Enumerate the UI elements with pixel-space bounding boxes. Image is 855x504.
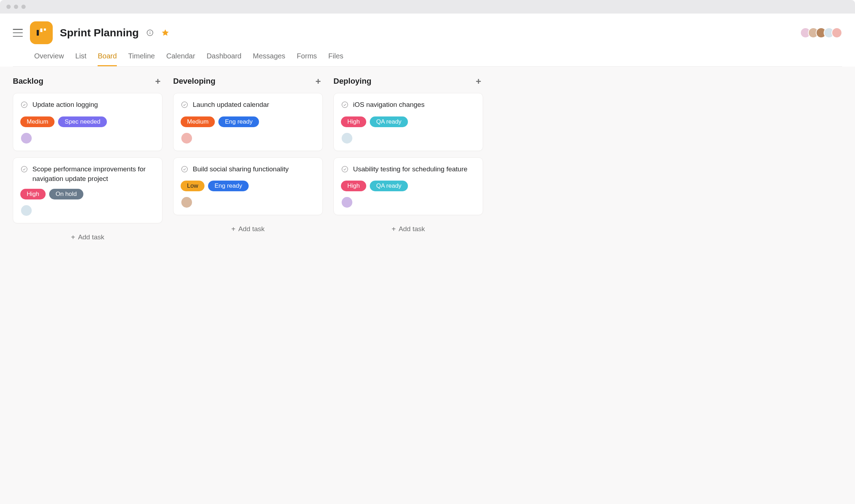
traffic-light-zoom[interactable] (21, 5, 26, 9)
board-column: Backlog+Update action loggingMediumSpec … (13, 77, 162, 243)
task-title-row: Usability testing for scheduling feature (341, 164, 476, 176)
column-header: Backlog+ (13, 77, 162, 86)
plus-icon: + (231, 225, 235, 233)
task-title: Scope performance improvements for navig… (32, 164, 155, 184)
tab-board[interactable]: Board (98, 52, 116, 66)
svg-rect-2 (44, 28, 46, 31)
info-icon[interactable] (146, 29, 154, 37)
add-task-button[interactable]: +Add task (333, 222, 483, 234)
column-title: Developing (173, 77, 216, 86)
complete-check-icon[interactable] (181, 100, 188, 111)
task-title-row: iOS navigation changes (341, 100, 476, 111)
window-titlebar (0, 0, 855, 14)
tab-files[interactable]: Files (328, 52, 343, 66)
tag[interactable]: QA ready (370, 181, 408, 191)
traffic-light-close[interactable] (6, 5, 11, 9)
assignee-row (341, 132, 476, 144)
svg-point-11 (342, 166, 348, 172)
tab-overview[interactable]: Overview (34, 52, 64, 66)
task-title-row: Scope performance improvements for navig… (20, 164, 155, 184)
task-tags: MediumEng ready (181, 116, 315, 127)
board-column: Developing+Launch updated calendarMedium… (173, 77, 323, 243)
assignee-row (20, 204, 155, 217)
tab-forms[interactable]: Forms (297, 52, 317, 66)
complete-check-icon[interactable] (341, 164, 349, 176)
assignee-avatar[interactable] (20, 132, 32, 144)
add-task-label: Add task (78, 233, 104, 241)
tag[interactable]: High (20, 189, 46, 199)
column-title: Backlog (13, 77, 43, 86)
assignee-avatar[interactable] (181, 132, 193, 144)
tab-dashboard[interactable]: Dashboard (207, 52, 242, 66)
tag[interactable]: QA ready (370, 116, 408, 127)
tag[interactable]: Low (181, 181, 204, 191)
plus-icon: + (71, 234, 75, 241)
project-tabs: OverviewListBoardTimelineCalendarDashboa… (13, 44, 842, 67)
board-area: Backlog+Update action loggingMediumSpec … (0, 67, 855, 504)
column-title: Deploying (333, 77, 371, 86)
assignee-avatar[interactable] (341, 196, 353, 208)
svg-point-6 (21, 102, 27, 108)
assignee-row (341, 196, 476, 208)
svg-rect-1 (40, 28, 42, 32)
collaborator-avatars[interactable] (803, 27, 842, 38)
tag[interactable]: Spec needed (58, 116, 107, 127)
tab-calendar[interactable]: Calendar (166, 52, 195, 66)
add-task-button[interactable]: +Add task (173, 222, 323, 234)
task-tags: LowEng ready (181, 181, 315, 191)
complete-check-icon[interactable] (20, 100, 28, 111)
column-header: Developing+ (173, 77, 323, 86)
tag[interactable]: Medium (20, 116, 55, 127)
tag[interactable]: High (341, 181, 366, 191)
traffic-light-minimize[interactable] (14, 5, 18, 9)
column-add-button[interactable]: + (153, 77, 162, 86)
task-title: Launch updated calendar (193, 100, 269, 110)
tab-timeline[interactable]: Timeline (128, 52, 155, 66)
complete-check-icon[interactable] (181, 164, 188, 176)
tab-messages[interactable]: Messages (253, 52, 285, 66)
project-icon[interactable] (30, 21, 53, 44)
complete-check-icon[interactable] (341, 100, 349, 111)
assignee-row (20, 132, 155, 144)
tag[interactable]: Eng ready (208, 181, 249, 191)
task-tags: MediumSpec needed (20, 116, 155, 127)
project-header: Sprint Planning OverviewListBoardTimelin… (0, 14, 855, 67)
tag[interactable]: High (341, 116, 366, 127)
task-title-row: Build social sharing functionality (181, 164, 315, 176)
task-title: Usability testing for scheduling feature (353, 164, 467, 174)
column-header: Deploying+ (333, 77, 483, 86)
tag[interactable]: On hold (49, 189, 83, 199)
tab-list[interactable]: List (75, 52, 86, 66)
star-icon[interactable] (161, 28, 170, 37)
task-title-row: Launch updated calendar (181, 100, 315, 111)
assignee-avatar[interactable] (181, 196, 193, 208)
project-title: Sprint Planning (60, 27, 139, 39)
collaborator-avatar[interactable] (831, 27, 842, 38)
task-tags: HighQA ready (341, 116, 476, 127)
column-add-button[interactable]: + (314, 77, 323, 86)
task-card[interactable]: Update action loggingMediumSpec needed (13, 93, 162, 151)
sidebar-toggle[interactable] (13, 29, 23, 37)
task-card[interactable]: iOS navigation changesHighQA ready (333, 93, 483, 151)
svg-point-8 (182, 102, 188, 108)
task-tags: HighOn hold (20, 189, 155, 199)
complete-check-icon[interactable] (20, 164, 28, 176)
assignee-row (181, 132, 315, 144)
task-tags: HighQA ready (341, 181, 476, 191)
add-task-button[interactable]: +Add task (13, 230, 162, 243)
assignee-avatar[interactable] (341, 132, 353, 144)
assignee-row (181, 196, 315, 208)
task-card[interactable]: Scope performance improvements for navig… (13, 157, 162, 223)
tag[interactable]: Medium (181, 116, 215, 127)
task-card[interactable]: Build social sharing functionalityLowEng… (173, 157, 323, 215)
assignee-avatar[interactable] (20, 204, 32, 217)
svg-point-7 (21, 166, 27, 172)
svg-point-9 (182, 166, 188, 172)
add-task-label: Add task (399, 225, 425, 233)
column-add-button[interactable]: + (474, 77, 483, 86)
add-task-label: Add task (238, 225, 265, 233)
task-card[interactable]: Usability testing for scheduling feature… (333, 157, 483, 215)
board-columns: Backlog+Update action loggingMediumSpec … (13, 77, 842, 243)
tag[interactable]: Eng ready (218, 116, 259, 127)
task-card[interactable]: Launch updated calendarMediumEng ready (173, 93, 323, 151)
